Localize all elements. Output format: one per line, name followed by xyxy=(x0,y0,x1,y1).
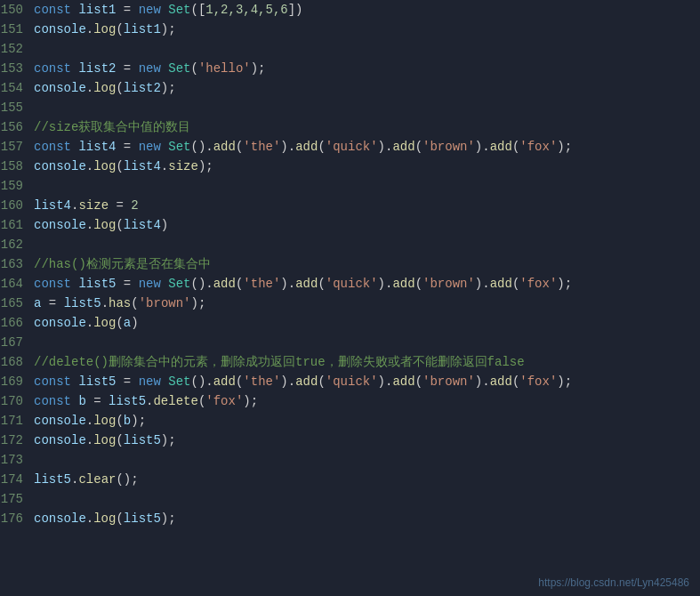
token-str: 'quick' xyxy=(326,277,378,291)
line-content xyxy=(34,176,41,196)
line-number: 150 xyxy=(0,0,34,20)
token-var: list5 xyxy=(78,277,116,291)
code-line: 163//has()检测元素是否在集合中 xyxy=(0,254,700,274)
token-var: list4 xyxy=(78,140,116,154)
token-kw: new xyxy=(139,61,169,76)
token-punc: ). xyxy=(475,277,490,291)
token-punc: ( xyxy=(116,159,123,173)
line-number: 166 xyxy=(0,313,34,333)
token-kw: new xyxy=(139,3,169,17)
token-var: console xyxy=(34,414,86,428)
token-punc: ( xyxy=(415,277,422,291)
token-punc: ([ xyxy=(190,3,205,17)
token-fn: add xyxy=(295,375,318,389)
token-punc: ); xyxy=(557,277,572,291)
token-var: list5 xyxy=(124,433,161,447)
code-line: 172console.log(list5); xyxy=(0,431,700,450)
token-punc: ); xyxy=(161,511,176,526)
token-fn: has xyxy=(109,296,131,310)
line-number: 151 xyxy=(0,20,34,39)
token-punc: ( xyxy=(318,375,325,389)
line-number: 155 xyxy=(0,98,34,117)
token-var: list1 xyxy=(124,22,161,36)
code-line: 159 xyxy=(0,176,700,196)
token-var: console xyxy=(34,433,86,447)
token-str: 'fox' xyxy=(519,375,557,389)
token-var: list5 xyxy=(34,472,71,487)
line-number: 173 xyxy=(0,450,34,470)
line-content: console.log(list5); xyxy=(34,431,176,450)
line-number: 168 xyxy=(0,352,34,372)
code-line: 167 xyxy=(0,333,700,352)
line-number: 162 xyxy=(0,235,34,254)
token-var: console xyxy=(34,316,86,330)
token-cls: Set xyxy=(168,277,190,291)
token-punc: ); xyxy=(557,375,572,389)
token-var: console xyxy=(34,159,86,173)
token-punc: = xyxy=(116,140,138,154)
line-content: //size获取集合中值的数目 xyxy=(34,117,190,137)
token-punc: ( xyxy=(318,277,325,291)
token-kw: const xyxy=(34,277,78,291)
token-punc: . xyxy=(101,296,109,310)
code-line: 170const b = list5.delete('fox'); xyxy=(0,391,700,411)
token-var: list2 xyxy=(78,61,116,76)
line-content: //has()检测元素是否在集合中 xyxy=(34,254,211,274)
token-punc: ); xyxy=(190,296,205,310)
token-var: list4 xyxy=(124,218,161,232)
line-content: list4.size = 2 xyxy=(34,196,139,215)
code-line: 160list4.size = 2 xyxy=(0,196,700,215)
token-str: 'the' xyxy=(243,277,280,291)
token-punc: . xyxy=(86,316,93,330)
code-editor: 150const list1 = new Set([1,2,3,4,5,6])1… xyxy=(0,0,700,596)
line-number: 171 xyxy=(0,411,34,431)
token-punc: ]) xyxy=(288,3,303,17)
token-punc: . xyxy=(86,511,93,526)
code-line: 175 xyxy=(0,489,700,509)
line-content: const list5 = new Set().add('the').add('… xyxy=(34,274,572,294)
token-fn: add xyxy=(213,277,236,291)
token-punc: ( xyxy=(415,375,422,389)
token-punc: ( xyxy=(190,61,197,76)
token-punc: (); xyxy=(116,472,138,487)
token-str: 'quick' xyxy=(326,375,378,389)
token-str: 'the' xyxy=(243,375,280,389)
token-fn: add xyxy=(392,277,414,291)
token-kw: const xyxy=(34,3,78,17)
token-kw: const xyxy=(34,140,78,154)
code-line: 158console.log(list4.size); xyxy=(0,157,700,176)
token-punc: ). xyxy=(475,140,490,154)
line-number: 152 xyxy=(0,39,34,59)
code-line: 176console.log(list5); xyxy=(0,509,700,528)
line-number: 159 xyxy=(0,176,34,196)
token-prop: size xyxy=(78,198,109,213)
token-prop: size xyxy=(168,159,198,173)
token-var: list4 xyxy=(124,159,161,173)
line-content: const list1 = new Set([1,2,3,4,5,6]) xyxy=(34,0,303,20)
token-var: list2 xyxy=(124,81,161,95)
token-punc: ( xyxy=(116,414,123,428)
token-punc: ); xyxy=(243,394,258,408)
token-punc: ( xyxy=(116,218,123,232)
token-fn: log xyxy=(93,22,116,36)
token-str: 'fox' xyxy=(205,394,243,408)
token-var: list5 xyxy=(78,375,116,389)
token-punc: = xyxy=(116,277,138,291)
code-line: 157const list4 = new Set().add('the').ad… xyxy=(0,137,700,157)
line-content: console.log(list1); xyxy=(34,20,176,39)
code-line: 171console.log(b); xyxy=(0,411,700,431)
line-content: const b = list5.delete('fox'); xyxy=(34,391,258,411)
token-punc: ( xyxy=(116,433,123,447)
token-punc: = xyxy=(86,394,109,408)
line-content: console.log(list2); xyxy=(34,78,176,98)
line-content: const list5 = new Set().add('the').add('… xyxy=(34,372,572,391)
token-punc: . xyxy=(86,414,93,428)
line-number: 165 xyxy=(0,294,34,313)
line-content: const list4 = new Set().add('the').add('… xyxy=(34,137,572,157)
token-punc: ); xyxy=(161,433,176,447)
token-str: 'the' xyxy=(243,140,280,154)
line-number: 167 xyxy=(0,333,34,352)
token-fn: add xyxy=(295,277,318,291)
token-comment: //size获取集合中值的数目 xyxy=(34,120,190,134)
token-fn: log xyxy=(93,159,116,173)
